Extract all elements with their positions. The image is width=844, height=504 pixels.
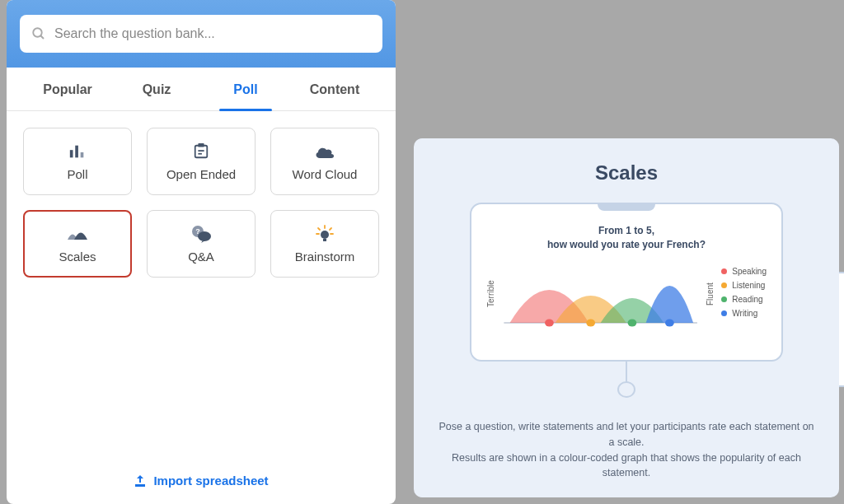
legend-item: Reading: [721, 295, 767, 304]
svg-rect-14: [135, 484, 145, 487]
bulb-icon: [316, 225, 334, 243]
card-label: Brainstorm: [295, 250, 355, 264]
chart-legend: Speaking Listening Reading Writing: [721, 264, 767, 350]
preview-panel: Scales From 1 to 5, how would you rate y…: [414, 138, 839, 497]
cloud-icon: [314, 142, 335, 161]
svg-rect-13: [323, 239, 326, 241]
svg-point-19: [665, 319, 674, 326]
tab-bar: Popular Quiz Poll Content: [7, 68, 396, 111]
tab-quiz[interactable]: Quiz: [112, 68, 201, 110]
legend-item: Listening: [721, 281, 767, 290]
svg-point-12: [321, 231, 329, 239]
svg-rect-4: [81, 152, 84, 156]
card-poll[interactable]: Poll: [23, 128, 132, 195]
legend-item: Speaking: [721, 267, 767, 276]
card-open-ended[interactable]: Open Ended: [147, 128, 256, 195]
search-bar[interactable]: [20, 15, 382, 53]
search-icon: [31, 26, 46, 41]
svg-point-17: [586, 319, 595, 326]
qa-icon: ?: [190, 225, 212, 243]
card-grid: Poll Open Ended Word Cloud Scales ? Q&A: [7, 111, 396, 294]
card-label: Word Cloud: [293, 167, 358, 181]
preview-title: Scales: [595, 161, 658, 184]
axis-high-label: Fluent: [706, 264, 715, 324]
bar-chart-icon: [68, 142, 87, 161]
question-type-panel: Popular Quiz Poll Content Poll Open Ende…: [7, 0, 396, 504]
card-word-cloud[interactable]: Word Cloud: [270, 128, 379, 195]
card-qa[interactable]: ? Q&A: [147, 210, 256, 278]
screen-stand: [626, 361, 627, 383]
axis-low-label: Terrible: [486, 264, 495, 324]
clipboard-icon: [192, 142, 210, 161]
card-brainstorm[interactable]: Brainstorm: [270, 210, 379, 278]
svg-rect-6: [198, 143, 204, 147]
import-label: Import spreadsheet: [153, 474, 268, 488]
svg-point-18: [628, 319, 637, 326]
screen-base: [617, 381, 635, 398]
card-label: Poll: [67, 167, 87, 181]
preview-chart: Terrible Fluent Speaking Listening: [486, 264, 767, 350]
preview-question-line1: From 1 to 5,: [486, 224, 767, 238]
svg-point-16: [545, 319, 554, 326]
tab-content[interactable]: Content: [290, 68, 379, 110]
preview-screen: From 1 to 5, how would you rate your Fre…: [470, 203, 783, 362]
svg-point-11: [198, 231, 211, 241]
svg-line-1: [40, 35, 44, 39]
card-label: Scales: [59, 250, 96, 264]
preview-question-line2: how would you rate your French?: [486, 238, 767, 252]
legend-item: Writing: [721, 309, 767, 318]
card-scales[interactable]: Scales: [23, 210, 132, 278]
preview-description: Pose a question, write statements and le…: [435, 419, 818, 481]
upload-icon: [134, 474, 147, 488]
mountain-icon: [66, 225, 89, 243]
search-input[interactable]: [54, 26, 371, 41]
scale-curves: [502, 264, 699, 329]
svg-rect-3: [75, 145, 78, 157]
card-label: Q&A: [188, 250, 214, 264]
svg-point-0: [33, 28, 42, 37]
import-spreadsheet-link[interactable]: Import spreadsheet: [7, 459, 396, 504]
search-bar-container: [7, 0, 396, 68]
tab-poll[interactable]: Poll: [201, 68, 290, 110]
svg-rect-2: [70, 150, 73, 157]
tab-popular[interactable]: Popular: [23, 68, 112, 110]
screen-notch: [598, 203, 655, 211]
card-label: Open Ended: [166, 167, 236, 181]
